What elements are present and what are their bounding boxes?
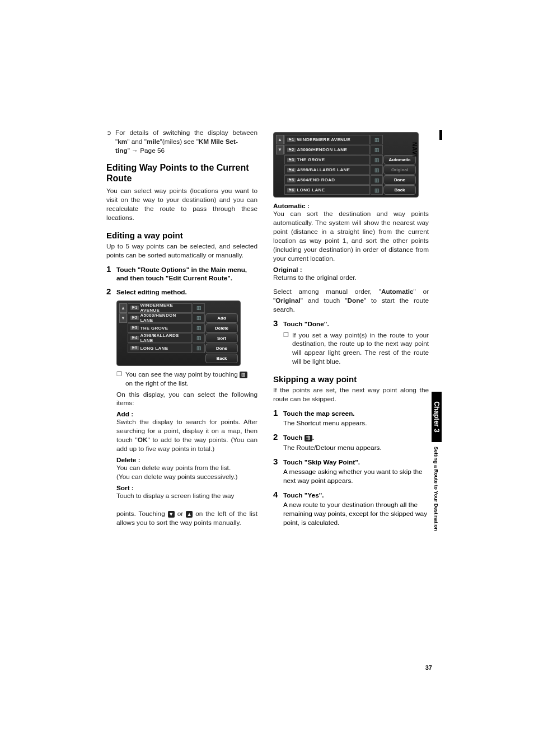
map-icon[interactable]: ▥ bbox=[371, 165, 383, 175]
map-icon[interactable]: ▥ bbox=[193, 303, 205, 313]
chapter-subtitle: Setting a Route to Your Destination bbox=[433, 447, 439, 531]
side-subtitle: Setting a Route to Your Destination bbox=[433, 447, 440, 558]
skip-step-2-title: Touch ⇶. bbox=[283, 434, 314, 442]
skip-step-3: 3 Touch "Skip Way Point". bbox=[273, 457, 429, 467]
step-num-1: 1 bbox=[273, 408, 280, 417]
skip-step-3-title: Touch "Skip Way Point". bbox=[283, 458, 360, 467]
done-button[interactable]: Done bbox=[383, 175, 416, 185]
back-button[interactable]: Back bbox=[205, 354, 238, 363]
bullet-icon: ➲ bbox=[106, 129, 112, 156]
add-button[interactable]: Add bbox=[205, 313, 238, 323]
side-tab-navi: NAVI bbox=[434, 130, 442, 157]
automatic-label: Automatic : bbox=[273, 202, 429, 210]
scroll-up-icon[interactable]: ▲ bbox=[276, 135, 284, 144]
page-number: 37 bbox=[425, 664, 432, 671]
chapter-label: Chapter 3 bbox=[433, 401, 441, 432]
list-item[interactable]: ⚑3THE GROVE bbox=[128, 323, 192, 333]
side-tab-chapter: Chapter 3 bbox=[432, 392, 442, 442]
map-icon[interactable]: ▥ bbox=[371, 155, 383, 165]
original-body: Returns to the original order. bbox=[273, 274, 429, 283]
add-body: Switch the display to search for points.… bbox=[116, 418, 257, 454]
select-order-text: Select among manual order, "Automatic" o… bbox=[273, 288, 429, 314]
list-item[interactable]: ⚑3THE GROVE bbox=[284, 155, 370, 165]
sort-body: Touch to display a screen listing the wa… bbox=[116, 492, 257, 528]
editing-waypoints-body: You can select way points (locations you… bbox=[106, 187, 257, 223]
after-device-text: On this display, you can select the foll… bbox=[116, 391, 257, 408]
map-icon: ▥ bbox=[240, 372, 247, 378]
step-num-1: 1 bbox=[106, 265, 113, 273]
step-3-title: Touch "Done". bbox=[283, 320, 329, 328]
list-item[interactable]: ⚑5A504/END ROAD bbox=[284, 175, 370, 185]
step-num-4: 4 bbox=[273, 490, 280, 499]
list-item[interactable]: ⚑1WINDERMERE AVENUE bbox=[284, 135, 370, 144]
step-2-title: Select editing method. bbox=[116, 288, 187, 297]
map-icon[interactable]: ▥ bbox=[193, 323, 205, 333]
sort-label: Sort : bbox=[116, 484, 257, 492]
map-icon[interactable]: ▥ bbox=[371, 185, 383, 195]
skip-step-4-body: A new route to your destination through … bbox=[283, 501, 429, 528]
note-icon: ❐ bbox=[283, 331, 289, 367]
step-1: 1 Touch "Route Options" in the Main menu… bbox=[106, 265, 257, 283]
route-detour-icon: ⇶ bbox=[305, 435, 312, 442]
list-item[interactable]: ⚑1WINDERMERE AVENUE bbox=[128, 303, 192, 313]
scroll-down-icon[interactable]: ▼ bbox=[119, 313, 127, 323]
map-icon[interactable]: ▥ bbox=[371, 135, 383, 144]
map-icon[interactable]: ▥ bbox=[193, 313, 205, 323]
up-arrow-icon: ▲ bbox=[186, 511, 193, 518]
list-item[interactable]: ⚑5LONG LANE bbox=[128, 344, 192, 353]
add-label: Add : bbox=[116, 410, 257, 418]
list-item[interactable]: ⚑2A5000/HENDON LANE bbox=[284, 145, 370, 154]
step-3-note: ❐ If you set a way point(s) in the route… bbox=[283, 331, 429, 367]
step-2: 2 Select editing method. bbox=[106, 287, 257, 297]
list-item[interactable]: ⚑4A598/BALLARDS LANE bbox=[128, 334, 192, 343]
sort-button[interactable]: Sort bbox=[205, 334, 238, 343]
automatic-body: You can sort the destination and way poi… bbox=[273, 210, 429, 264]
step-num-2: 2 bbox=[106, 287, 113, 295]
device-screenshot-edit-list: ▲ ⚑1WINDERMERE AVENUE ▥ ▼ ⚑2A5000/HENDON… bbox=[116, 300, 241, 366]
delete-body: You can delete way points from the list.… bbox=[116, 464, 257, 482]
map-icon[interactable]: ▥ bbox=[193, 344, 205, 353]
step-num-3: 3 bbox=[273, 457, 280, 466]
map-icon[interactable]: ▥ bbox=[193, 334, 205, 343]
down-arrow-icon: ▼ bbox=[168, 511, 175, 518]
device-screenshot-sort-list: ▲ ⚑1WINDERMERE AVENUE ▥ ▼ ⚑2A5000/HENDON… bbox=[273, 132, 419, 198]
skip-step-1: 1 Touch the map screen. bbox=[273, 408, 429, 418]
crossref-bullet: ➲ For details of switching the display b… bbox=[106, 129, 257, 156]
list-item[interactable]: ⚑4A598/BALLARDS LANE bbox=[284, 165, 370, 175]
crossref-text: For details of switching the display bet… bbox=[115, 129, 257, 156]
heading-editing-waypoints: Editing Way Points to the Current Route bbox=[106, 162, 257, 184]
scroll-down-icon[interactable]: ▼ bbox=[276, 145, 284, 154]
navi-label: NAVI bbox=[411, 142, 418, 170]
skip-step-2-body: The Route/Detour menu appears. bbox=[283, 444, 429, 453]
heading-skipping-waypoint: Skipping a way point bbox=[273, 374, 429, 384]
step-num-2: 2 bbox=[273, 433, 280, 441]
skip-step-4-title: Touch "Yes". bbox=[283, 491, 324, 500]
note-waypoint-touch: ❐ You can see the way point by touching … bbox=[116, 370, 257, 388]
step-3: 3 Touch "Done". bbox=[273, 319, 429, 328]
step-num-3: 3 bbox=[273, 319, 280, 327]
step-1-title: Touch "Route Options" in the Main menu, … bbox=[116, 266, 257, 283]
heading-editing-a-waypoint: Editing a way point bbox=[106, 231, 257, 240]
skip-step-2: 2 Touch ⇶. bbox=[273, 433, 429, 442]
skip-step-3-body: A message asking whether you want to ski… bbox=[283, 468, 429, 486]
delete-button[interactable]: Delete bbox=[205, 323, 238, 333]
note-icon: ❐ bbox=[116, 370, 122, 388]
done-button[interactable]: Done bbox=[205, 344, 238, 353]
original-label: Original : bbox=[273, 266, 429, 274]
arrow-icon: → bbox=[132, 147, 138, 154]
skip-step-1-body: The Shortcut menu appears. bbox=[283, 419, 429, 428]
back-button[interactable]: Back bbox=[383, 185, 416, 195]
map-icon[interactable]: ▥ bbox=[371, 145, 383, 154]
skip-step-4: 4 Touch "Yes". bbox=[273, 490, 429, 500]
list-item[interactable]: ⚑6LONG LANE bbox=[284, 185, 370, 195]
scroll-up-icon[interactable]: ▲ bbox=[119, 303, 127, 313]
delete-label: Delete : bbox=[116, 456, 257, 464]
map-icon[interactable]: ▥ bbox=[371, 175, 383, 185]
editing-a-waypoint-body: Up to 5 way points can be selected, and … bbox=[106, 242, 257, 260]
skip-step-1-title: Touch the map screen. bbox=[283, 410, 355, 418]
skipping-waypoint-body: If the points are set, the next way poin… bbox=[273, 386, 429, 404]
list-item[interactable]: ⚑2A5000/HENDON LANE bbox=[128, 313, 192, 323]
